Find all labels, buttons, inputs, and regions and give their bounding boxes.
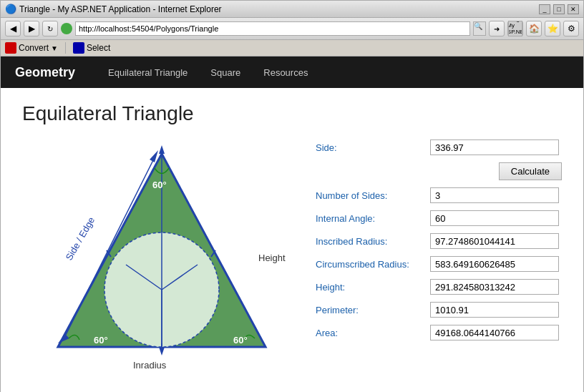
convert-toolbar-item[interactable]: Convert ▼ — [5, 42, 58, 54]
inscribed-radius-label: Inscribed Radius: — [316, 236, 430, 247]
height-row: Height: — [316, 279, 562, 295]
perimeter-row: Perimeter: — [316, 302, 562, 318]
maximize-button[interactable]: □ — [553, 4, 565, 14]
address-input[interactable] — [75, 21, 470, 36]
num-sides-row: Number of Sides: — [316, 187, 562, 203]
page-title: Equilateral Triangle — [22, 102, 562, 125]
angle-top-label: 60° — [152, 180, 167, 190]
minimize-button[interactable]: _ — [539, 4, 550, 14]
app-navbar: Geometry Equilateral Triangle Square Res… — [1, 57, 583, 88]
circumscribed-radius-label: Circumscribed Radius: — [316, 259, 430, 270]
angle-bl-label: 60° — [94, 335, 108, 346]
internal-angle-label: Internal Angle: — [316, 213, 430, 224]
svg-marker-8 — [159, 347, 165, 356]
inscribed-radius-input[interactable] — [430, 233, 559, 249]
num-sides-label: Number of Sides: — [316, 190, 430, 201]
app-brand[interactable]: Geometry — [15, 65, 75, 80]
content-layout: 60° 60° 60° Side / Edge Height Inradius … — [22, 139, 562, 383]
back-button[interactable]: ◀ — [5, 21, 21, 36]
circumscribed-radius-row: Circumscribed Radius: — [316, 256, 562, 272]
side-label: Side: — [316, 142, 430, 153]
svg-marker-10 — [150, 150, 158, 162]
calculate-btn-row: Calculate — [430, 162, 562, 180]
browser-navbar: ◀ ▶ ↻ 🔍 ➜ Triangle - My ASP.NET Applic..… — [1, 18, 583, 40]
nav-square[interactable]: Square — [199, 59, 252, 87]
search-button[interactable]: 🔍 — [473, 21, 486, 36]
browser-window: 🔵 Triangle - My ASP.NET Application - In… — [0, 0, 584, 392]
convert-icon — [5, 42, 16, 54]
forward-button[interactable]: ▶ — [24, 21, 39, 36]
area-input[interactable] — [430, 325, 559, 340]
select-toolbar-item[interactable]: Select — [73, 42, 110, 54]
internal-angle-input[interactable] — [430, 210, 559, 226]
select-icon — [73, 42, 84, 54]
tools-button[interactable]: ⚙ — [563, 21, 579, 36]
triangle-diagram: 60° 60° 60° Side / Edge Height Inradius — [22, 139, 294, 383]
home-button[interactable]: 🏠 — [526, 21, 542, 36]
tab-label: Triangle - My ASP.NET Applic... — [508, 21, 522, 36]
nav-resources[interactable]: Resources — [252, 59, 319, 87]
title-bar-left: 🔵 Triangle - My ASP.NET Application - In… — [5, 4, 222, 14]
toolbar-separator — [65, 42, 66, 54]
title-bar: 🔵 Triangle - My ASP.NET Application - In… — [1, 1, 583, 18]
tab-preview-button[interactable]: Triangle - My ASP.NET Applic... — [507, 21, 523, 36]
nav-equilateral-triangle[interactable]: Equilateral Triangle — [97, 59, 199, 87]
form-area: Side: Calculate Number of Sides: Interna… — [316, 139, 562, 348]
side-input[interactable] — [430, 139, 559, 155]
circumscribed-radius-input[interactable] — [430, 256, 559, 272]
tab-preview: Triangle - My ASP.NET Applic... — [508, 21, 522, 36]
perimeter-label: Perimeter: — [316, 305, 430, 315]
height-label: Height: — [316, 282, 430, 293]
convert-label: Convert — [19, 43, 49, 53]
triangle-svg: 60° 60° 60° Side / Edge Height Inradius — [22, 139, 294, 376]
inradius-label: Inradius — [133, 360, 167, 371]
ie-toolbar: Convert ▼ Select — [1, 40, 583, 57]
num-sides-input[interactable] — [430, 187, 559, 203]
calculate-button[interactable]: Calculate — [499, 162, 562, 180]
inscribed-radius-row: Inscribed Radius: — [316, 233, 562, 249]
angle-br-label: 60° — [233, 335, 248, 346]
side-row: Side: — [316, 139, 562, 155]
svg-marker-7 — [159, 145, 165, 154]
side-edge-label: Side / Edge — [64, 215, 97, 263]
area-row: Area: — [316, 325, 562, 340]
perimeter-input[interactable] — [430, 302, 559, 318]
internal-angle-row: Internal Angle: — [316, 210, 562, 226]
title-bar-controls: _ □ ✕ — [539, 4, 579, 14]
favorites-button[interactable]: ⭐ — [545, 21, 560, 36]
window-title: Triangle - My ASP.NET Application - Inte… — [19, 4, 222, 14]
height-diagram-label: Height — [258, 253, 286, 263]
nav-right: Triangle - My ASP.NET Applic... 🏠 ⭐ ⚙ — [507, 21, 579, 36]
area-label: Area: — [316, 328, 430, 338]
live-search-button[interactable]: ➜ — [489, 21, 505, 36]
refresh-button[interactable]: ↻ — [42, 21, 58, 36]
main-content: Equilateral Triangle — [1, 88, 583, 392]
address-bar: 🔍 ➜ — [61, 21, 505, 36]
height-input[interactable] — [430, 279, 559, 295]
select-label: Select — [87, 43, 110, 53]
convert-dropdown-arrow[interactable]: ▼ — [51, 44, 58, 52]
close-button[interactable]: ✕ — [568, 4, 579, 14]
